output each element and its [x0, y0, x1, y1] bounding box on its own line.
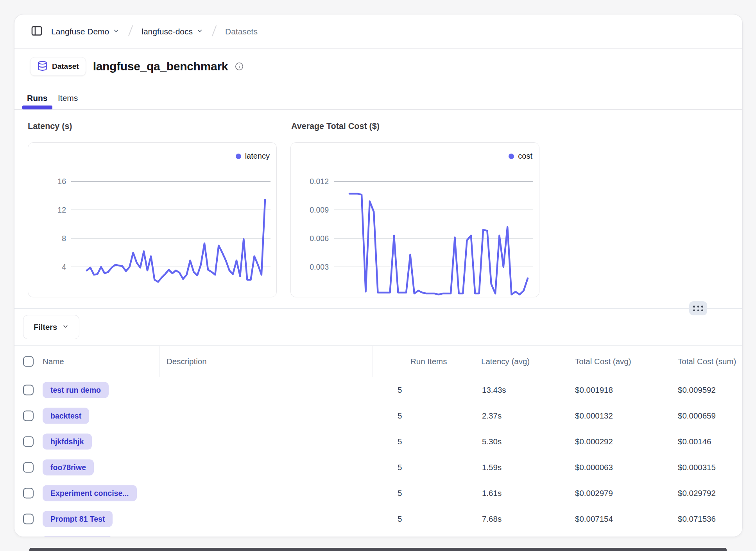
y-axis-tick-label: 12 — [57, 206, 66, 214]
info-icon[interactable] — [235, 62, 244, 71]
run-items-cell: 5 — [398, 454, 402, 480]
total-cost-sum-cell: $0.071536 — [678, 506, 716, 532]
dot-icon — [693, 306, 695, 308]
chevron-down-icon — [196, 27, 203, 36]
total-cost-sum-cell: $0.000659 — [678, 403, 716, 429]
table-row[interactable]: Prompt 81 Test57.68s$0.007154$0.071536 — [14, 506, 742, 532]
runs-table: Name Description Run Items Latency (avg)… — [14, 345, 742, 537]
run-name-pill[interactable]: hjkfdshjk — [43, 434, 92, 450]
table-row[interactable]: backtest52.37s$0.000132$0.000659 — [14, 403, 742, 429]
run-name-pill[interactable]: foo78riwe — [43, 460, 94, 476]
run-items-cell: 5 — [398, 506, 402, 532]
column-header-name[interactable]: Name — [43, 346, 64, 377]
main-card: Langfuse Demo langfuse-docs — [14, 14, 743, 537]
table-body: test run demo513.43s$0.001918$0.009592ba… — [14, 377, 742, 537]
column-header-total-cost-avg[interactable]: Total Cost (avg) — [575, 346, 631, 377]
breadcrumb-org-label: Langfuse Demo — [51, 27, 109, 36]
cost-chart-legend: cost — [509, 152, 532, 161]
tab-items[interactable]: Items — [58, 93, 78, 103]
filters-button-label: Filters — [34, 323, 57, 332]
breadcrumb-org[interactable]: Langfuse Demo — [51, 27, 120, 36]
table-row[interactable] — [14, 532, 742, 537]
row-checkbox[interactable] — [23, 437, 34, 447]
run-name-pill[interactable]: Experiment concise... — [43, 485, 137, 501]
table-row[interactable]: foo78riwe51.59s$0.000063$0.000315 — [14, 454, 742, 481]
resize-drag-handle[interactable] — [689, 301, 707, 315]
row-checkbox[interactable] — [23, 462, 34, 473]
table-row[interactable]: test run demo513.43s$0.001918$0.009592 — [14, 377, 742, 403]
y-axis-tick-label: 0.006 — [310, 234, 329, 243]
select-all-checkbox[interactable] — [23, 356, 34, 367]
latency-avg-cell: 1.59s — [482, 454, 502, 480]
section-divider — [14, 308, 742, 309]
filters-button[interactable]: Filters — [23, 315, 79, 339]
tab-runs[interactable]: Runs — [27, 93, 48, 103]
y-axis-tick-label: 16 — [57, 177, 66, 186]
run-name-pill[interactable]: test run demo — [43, 382, 109, 398]
latency-chart-legend: latency — [236, 152, 270, 161]
latency-avg-cell: 5.30s — [482, 429, 502, 454]
total-cost-avg-cell: $0.001918 — [575, 377, 613, 403]
run-name-pill[interactable]: Prompt 81 Test — [43, 511, 113, 527]
total-cost-avg-cell: $0.000292 — [575, 429, 613, 454]
breadcrumb-separator — [211, 25, 217, 39]
dataset-badge: Dataset — [30, 57, 86, 76]
table-header: Name Description Run Items Latency (avg)… — [14, 346, 742, 377]
total-cost-sum-cell: $0.029792 — [678, 480, 716, 506]
page-title: langfuse_qa_benchmark — [93, 60, 228, 73]
breadcrumb: Langfuse Demo langfuse-docs — [51, 25, 258, 39]
latency-avg-cell: 1.61s — [482, 480, 502, 506]
legend-dot-icon — [509, 154, 514, 159]
panel-left-icon — [30, 25, 43, 38]
breadcrumb-project[interactable]: langfuse-docs — [142, 27, 203, 36]
y-axis-tick-label: 4 — [62, 263, 66, 271]
latency-chart-title: Latency (s) — [28, 122, 72, 131]
screenshot-root: Langfuse Demo langfuse-docs — [0, 0, 756, 551]
run-items-cell: 5 — [398, 429, 402, 454]
legend-label: latency — [245, 152, 270, 161]
dot-icon — [701, 306, 703, 308]
run-name-pill[interactable]: backtest — [43, 408, 89, 424]
dot-icon — [701, 309, 703, 311]
table-row[interactable]: hjkfdshjk55.30s$0.000292$0.00146 — [14, 429, 742, 455]
data-line — [349, 194, 528, 295]
row-checkbox[interactable] — [23, 411, 34, 421]
column-header-description[interactable]: Description — [167, 346, 207, 377]
run-name-pill[interactable] — [43, 536, 112, 537]
total-cost-sum-cell: $0.00146 — [678, 429, 711, 454]
dot-icon — [693, 309, 695, 311]
sidebar-toggle-button[interactable] — [30, 25, 43, 38]
active-tab-indicator — [22, 106, 52, 109]
table-row[interactable]: Experiment concise...51.61s$0.002979$0.0… — [14, 480, 742, 506]
y-axis-tick-label: 8 — [62, 234, 66, 243]
column-header-latency-avg[interactable]: Latency (avg) — [481, 346, 530, 377]
row-checkbox[interactable] — [23, 514, 34, 524]
latency-chart: 161284 latency — [28, 142, 277, 297]
tabs-divider — [14, 109, 742, 110]
latency-avg-cell: 2.37s — [482, 403, 502, 429]
total-cost-avg-cell: $0.002979 — [575, 480, 613, 506]
dataset-badge-label: Dataset — [52, 62, 79, 71]
cost-chart: 0.0120.0090.0060.003 cost — [290, 142, 539, 297]
dataset-header: Dataset langfuse_qa_benchmark — [30, 57, 244, 76]
legend-label: cost — [518, 152, 532, 161]
breadcrumb-section-label: Datasets — [225, 27, 258, 36]
run-items-cell: 5 — [398, 377, 402, 403]
row-checkbox[interactable] — [23, 385, 34, 395]
dot-icon — [697, 306, 699, 308]
dot-icon — [697, 309, 699, 311]
row-checkbox[interactable] — [23, 488, 34, 499]
legend-dot-icon — [236, 154, 241, 159]
total-cost-sum-cell: $0.009592 — [678, 377, 716, 403]
chevron-down-icon — [62, 323, 69, 332]
column-header-run-items[interactable]: Run Items — [410, 346, 447, 377]
latency-avg-cell: 13.43s — [482, 377, 506, 403]
breadcrumb-section[interactable]: Datasets — [225, 27, 258, 36]
latency-avg-cell: 7.68s — [482, 506, 502, 532]
total-cost-avg-cell: $0.007154 — [575, 506, 613, 532]
top-navigation-bar: Langfuse Demo langfuse-docs — [14, 14, 742, 49]
data-line — [87, 200, 265, 282]
y-axis-tick-label: 0.003 — [310, 263, 329, 271]
column-header-total-cost-sum[interactable]: Total Cost (sum) — [678, 346, 736, 377]
total-cost-sum-cell: $0.000315 — [678, 454, 716, 480]
